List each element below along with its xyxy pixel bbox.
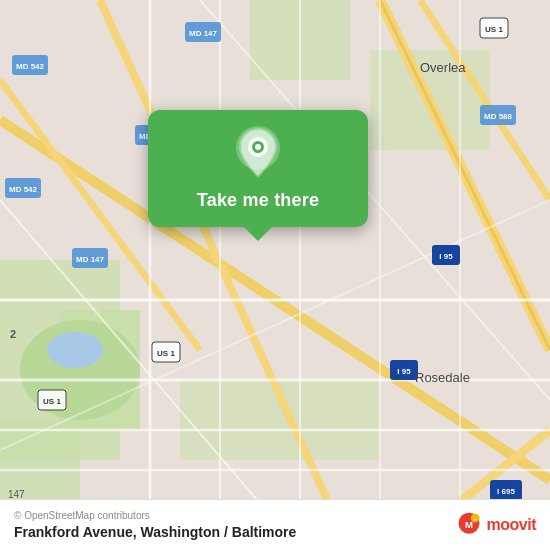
svg-point-59 xyxy=(255,144,261,150)
svg-point-3 xyxy=(47,332,103,368)
popup-label: Take me there xyxy=(197,190,319,211)
moovit-icon: M + xyxy=(455,511,483,539)
svg-text:MD 147: MD 147 xyxy=(189,29,218,38)
svg-text:US 1: US 1 xyxy=(43,397,61,406)
svg-text:MD 147: MD 147 xyxy=(76,255,105,264)
location-icon xyxy=(232,128,284,180)
svg-text:I 695: I 695 xyxy=(497,487,515,496)
svg-text:+: + xyxy=(473,515,477,522)
bottom-left: © OpenStreetMap contributors Frankford A… xyxy=(14,510,296,540)
moovit-text: moovit xyxy=(487,516,536,534)
svg-text:I 95: I 95 xyxy=(397,367,411,376)
map-svg: MD 542 MD 147 US 1 US 1 I 95 I 95 I 695 … xyxy=(0,0,550,550)
moovit-logo[interactable]: M + moovit xyxy=(455,511,536,539)
location-name: Frankford Avenue, Washington / Baltimore xyxy=(14,524,296,540)
bottom-bar: © OpenStreetMap contributors Frankford A… xyxy=(0,499,550,550)
svg-text:Overlea: Overlea xyxy=(420,60,466,75)
svg-text:MD 542: MD 542 xyxy=(9,185,38,194)
svg-line-13 xyxy=(100,0,350,550)
svg-text:MD 588: MD 588 xyxy=(484,112,513,121)
popup-card[interactable]: Take me there xyxy=(148,110,368,227)
svg-text:Rosedale: Rosedale xyxy=(415,370,470,385)
svg-text:2: 2 xyxy=(10,328,16,340)
svg-text:US 1: US 1 xyxy=(157,349,175,358)
svg-text:US 1: US 1 xyxy=(485,25,503,34)
attribution: © OpenStreetMap contributors xyxy=(14,510,296,521)
svg-text:MD 542: MD 542 xyxy=(16,62,45,71)
map-container: MD 542 MD 147 US 1 US 1 I 95 I 95 I 695 … xyxy=(0,0,550,550)
svg-text:I 95: I 95 xyxy=(439,252,453,261)
